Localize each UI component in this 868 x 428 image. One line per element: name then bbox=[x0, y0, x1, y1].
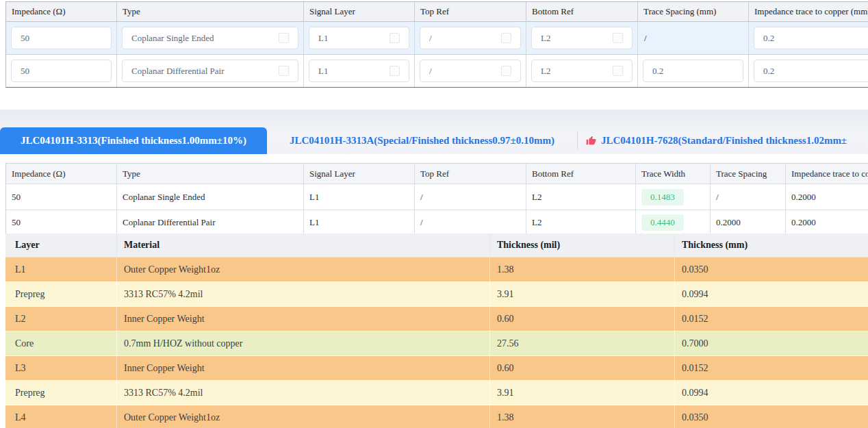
stackup-header: Layer Material Thickness (mil) Thickness… bbox=[5, 234, 868, 257]
dropdown-indicator-icon bbox=[501, 33, 511, 43]
form-table-header: Impedance (Ω) Type Signal Layer Top Ref … bbox=[6, 2, 868, 22]
result-trace-spacing: / bbox=[711, 184, 786, 210]
bottom-ref-select[interactable]: L2 bbox=[531, 60, 633, 82]
stackup-row-core: Core 0.7mm H/HOZ without copper 27.56 0.… bbox=[5, 331, 868, 356]
result-header-bottom-ref: Bottom Ref bbox=[526, 164, 636, 184]
tab-jlc04101h-7628[interactable]: JLC04101H-7628(Standard/Finished thickne… bbox=[578, 127, 868, 154]
stackup-thickness-mm: 0.7000 bbox=[674, 331, 868, 355]
top-ref-select[interactable]: / bbox=[420, 27, 521, 49]
stackup-header-layer: Layer bbox=[5, 234, 116, 257]
result-trace-to-copper: 0.2000 bbox=[786, 210, 868, 235]
stackup-thickness-mm: 0.0152 bbox=[674, 356, 868, 380]
result-header-top-ref: Top Ref bbox=[415, 164, 526, 184]
tab-jlc04101h-3313a[interactable]: JLC04101H-3313A(Special/Finished thickne… bbox=[267, 127, 577, 154]
signal-layer-select[interactable]: L1 bbox=[309, 60, 409, 82]
stackup-thickness-mm: 0.0994 bbox=[674, 381, 868, 405]
result-bottom-ref: L2 bbox=[526, 184, 636, 210]
tab-label: JLC04101H-3313A(Special/Finished thickne… bbox=[290, 135, 554, 147]
result-signal-layer: L1 bbox=[304, 184, 415, 210]
form-cell: 0.2 bbox=[749, 22, 868, 54]
impedance-value: 50 bbox=[21, 33, 29, 44]
bottom-ref-value: L2 bbox=[541, 33, 550, 44]
form-cell: / bbox=[638, 22, 749, 54]
stackup-thickness-mil: 0.60 bbox=[489, 356, 674, 380]
form-cell: 0.2 bbox=[749, 55, 868, 87]
tab-jlc04101h-3313[interactable]: JLC04101H-3313(Finished thickness1.00mm±… bbox=[0, 127, 267, 154]
type-value: Coplanar Single Ended bbox=[131, 33, 214, 44]
form-cell: 50 bbox=[6, 22, 117, 54]
result-header-type: Type bbox=[117, 164, 304, 184]
stackup-layer: L1 bbox=[5, 257, 116, 281]
form-cell: L2 bbox=[526, 55, 638, 87]
trace-spacing-input[interactable]: 0.2 bbox=[643, 60, 743, 82]
form-row-1: 50 Coplanar Single Ended L1 / bbox=[6, 22, 868, 55]
signal-layer-value: L1 bbox=[318, 66, 328, 77]
result-header-trace-to-copper: Impedance trace to copper bbox=[786, 164, 868, 184]
dropdown-indicator-icon bbox=[390, 66, 400, 76]
result-type: Coplanar Differential Pair bbox=[117, 210, 304, 235]
stackup-row-l1: L1 Outer Copper Weight1oz 1.38 0.0350 bbox=[5, 257, 868, 282]
stackup-thickness-mm: 0.0350 bbox=[674, 257, 868, 281]
result-trace-to-copper: 0.2000 bbox=[786, 184, 868, 210]
form-cell: L2 bbox=[526, 22, 638, 54]
impedance-form-table: Impedance (Ω) Type Signal Layer Top Ref … bbox=[5, 1, 868, 88]
type-select[interactable]: Coplanar Single Ended bbox=[122, 27, 298, 49]
top-ref-value: / bbox=[429, 33, 432, 44]
signal-layer-value: L1 bbox=[318, 33, 328, 44]
stackup-material: 0.7mm H/HOZ without copper bbox=[116, 331, 489, 355]
form-cell: 50 bbox=[6, 55, 117, 87]
stackup-layer: L3 bbox=[5, 356, 116, 380]
stackup-thickness-mm: 0.0350 bbox=[674, 405, 868, 428]
bottom-ref-select[interactable]: L2 bbox=[531, 27, 633, 49]
form-cell: L1 bbox=[304, 55, 415, 87]
stackup-thickness-mil: 1.38 bbox=[489, 257, 674, 281]
impedance-value: 50 bbox=[21, 66, 29, 77]
form-row-2: 50 Coplanar Differential Pair L1 / bbox=[6, 55, 868, 87]
stackup-thickness-mm: 0.0994 bbox=[674, 282, 868, 306]
stackup-header-thickness-mm: Thickness (mm) bbox=[674, 234, 868, 257]
stackup-tabstrip: JLC04101H-3313(Finished thickness1.00mm±… bbox=[0, 110, 868, 154]
dropdown-indicator-icon bbox=[279, 33, 289, 43]
trace-to-copper-input[interactable]: 0.2 bbox=[754, 27, 868, 49]
result-impedance: 50 bbox=[6, 184, 117, 210]
tab-label: JLC04101H-7628(Standard/Finished thickne… bbox=[601, 135, 847, 147]
stackup-thickness-mil: 3.91 bbox=[489, 381, 674, 405]
trace-width-highlight: 0.1483 bbox=[641, 189, 684, 205]
result-row-1: 50 Coplanar Single Ended L1 / L2 0.1483 … bbox=[6, 184, 868, 210]
trace-spacing-static: / bbox=[643, 33, 647, 44]
stackup-row-l2: L2 Inner Copper Weight 0.60 0.0152 bbox=[5, 307, 868, 331]
bottom-ref-value: L2 bbox=[541, 66, 550, 77]
stackup-layer: L2 bbox=[5, 307, 116, 331]
layer-stackup-table: Layer Material Thickness (mil) Thickness… bbox=[5, 234, 868, 428]
result-type: Coplanar Single Ended bbox=[117, 184, 304, 210]
form-cell: 0.2 bbox=[638, 55, 749, 87]
stackup-material: Outer Copper Weight1oz bbox=[116, 405, 489, 428]
result-table-header: Impedance (Ω) Type Signal Layer Top Ref … bbox=[6, 164, 868, 184]
dropdown-indicator-icon bbox=[501, 66, 511, 76]
top-ref-select[interactable]: / bbox=[420, 60, 521, 82]
form-header-bottom-ref: Bottom Ref bbox=[526, 2, 638, 21]
type-select[interactable]: Coplanar Differential Pair bbox=[122, 60, 298, 82]
stackup-header-material: Material bbox=[116, 234, 489, 257]
result-header-trace-width: Trace Width bbox=[636, 164, 711, 184]
impedance-result-table: Impedance (Ω) Type Signal Layer Top Ref … bbox=[5, 163, 868, 236]
result-header-impedance: Impedance (Ω) bbox=[6, 164, 117, 184]
result-trace-width: 0.4440 bbox=[636, 210, 711, 235]
dropdown-indicator-icon bbox=[390, 33, 400, 43]
form-cell: Coplanar Single Ended bbox=[117, 22, 304, 54]
form-header-trace-spacing: Trace Spacing (mm) bbox=[638, 2, 749, 21]
result-signal-layer: L1 bbox=[304, 210, 415, 235]
stackup-header-thickness-mil: Thickness (mil) bbox=[489, 234, 674, 257]
impedance-input[interactable]: 50 bbox=[11, 27, 112, 49]
result-trace-spacing: 0.2000 bbox=[711, 210, 786, 235]
trace-to-copper-value: 0.2 bbox=[763, 66, 774, 77]
dropdown-indicator-icon bbox=[279, 66, 289, 76]
impedance-input[interactable]: 50 bbox=[11, 60, 112, 82]
stackup-material: Inner Copper Weight bbox=[116, 307, 489, 331]
trace-to-copper-input[interactable]: 0.2 bbox=[754, 60, 868, 82]
stackup-thickness-mil: 3.91 bbox=[489, 282, 674, 306]
stackup-thickness-mm: 0.0152 bbox=[674, 307, 868, 331]
thumbs-up-icon bbox=[586, 136, 596, 146]
signal-layer-select[interactable]: L1 bbox=[309, 27, 409, 49]
stackup-thickness-mil: 27.56 bbox=[489, 331, 674, 355]
